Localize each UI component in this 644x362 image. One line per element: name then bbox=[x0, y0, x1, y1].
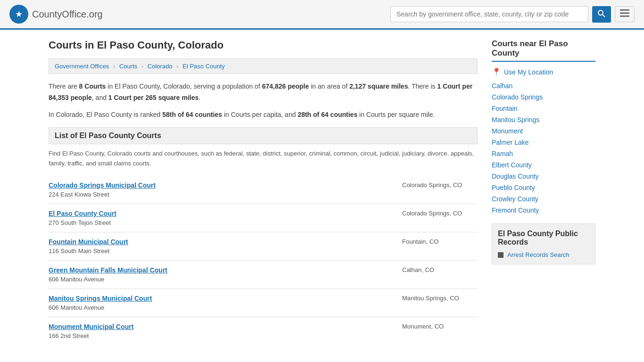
court-address: 606 Manitou Avenue bbox=[49, 276, 104, 283]
hamburger-icon bbox=[620, 9, 629, 17]
court-city: Calhan, CO bbox=[402, 266, 478, 273]
courts-list: Colorado Springs Municipal Court 224 Eas… bbox=[49, 176, 478, 345]
breadcrumb: Government Offices › Courts › Colorado ›… bbox=[49, 58, 478, 74]
court-name-link[interactable]: Colorado Springs Municipal Court bbox=[49, 181, 156, 189]
court-row: El Paso County Court 270 South Tejon Str… bbox=[49, 210, 478, 226]
table-row: Monument Municipal Court 166 2nd Street … bbox=[49, 317, 478, 345]
svg-text:★: ★ bbox=[15, 9, 23, 19]
courts-near-section: Courts near El Paso County 📍 Use My Loca… bbox=[492, 39, 595, 214]
breadcrumb-sep-2: › bbox=[141, 63, 143, 70]
sidebar-item-county[interactable]: Pueblo County bbox=[492, 184, 595, 191]
sidebar-item-city[interactable]: Ramah bbox=[492, 150, 595, 157]
sidebar-item-county[interactable]: Douglas County bbox=[492, 173, 595, 180]
arrest-record-icon bbox=[498, 252, 504, 258]
summary-intro: There are bbox=[49, 82, 79, 90]
courts-list-description: Find El Paso County, Colorado courts and… bbox=[49, 149, 478, 169]
court-city: Monument, CO bbox=[402, 323, 478, 330]
use-my-location-link[interactable]: Use My Location bbox=[504, 68, 553, 76]
court-name-link[interactable]: Manitou Springs Municipal Court bbox=[49, 295, 152, 302]
sidebar-cities-list: CalhanColorado SpringsFountainManitou Sp… bbox=[492, 82, 595, 157]
table-row: El Paso County Court 270 South Tejon Str… bbox=[49, 204, 478, 232]
court-info: Fountain Municipal Court 116 South Main … bbox=[49, 238, 128, 255]
court-info: Manitou Springs Municipal Court 606 Mani… bbox=[49, 295, 152, 311]
summary-per-sq: 1 Court per 265 square miles bbox=[108, 94, 198, 101]
sidebar-item-city[interactable]: Fountain bbox=[492, 105, 595, 112]
table-row: Green Mountain Falls Municipal Court 606… bbox=[49, 261, 478, 289]
sidebar-counties-list: Elbert CountyDouglas CountyPueblo County… bbox=[492, 161, 595, 214]
table-row: Fountain Municipal Court 116 South Main … bbox=[49, 232, 478, 261]
court-row: Colorado Springs Municipal Court 224 Eas… bbox=[49, 181, 478, 198]
logo-area: ★ CountyOffice.org bbox=[9, 5, 103, 24]
sidebar: Courts near El Paso County 📍 Use My Loca… bbox=[492, 39, 595, 345]
court-city: Fountain, CO bbox=[402, 238, 478, 245]
sidebar-item-city[interactable]: Manitou Springs bbox=[492, 116, 595, 123]
main-container: Courts in El Paso County, Colorado Gover… bbox=[39, 30, 605, 354]
court-address: 116 South Main Street bbox=[49, 247, 109, 255]
sidebar-item-county[interactable]: Fremont County bbox=[492, 206, 595, 214]
court-city: Manitou Springs, CO bbox=[402, 295, 478, 302]
arrest-records-link[interactable]: Arrest Records Search bbox=[507, 251, 570, 258]
court-address: 224 East Kiowa Street bbox=[49, 191, 109, 198]
court-name-link[interactable]: Green Mountain Falls Municipal Court bbox=[49, 266, 167, 274]
search-area bbox=[390, 6, 635, 23]
page-title: Courts in El Paso County, Colorado bbox=[49, 39, 478, 51]
content-area: Courts in El Paso County, Colorado Gover… bbox=[49, 39, 478, 345]
breadcrumb-colorado[interactable]: Colorado bbox=[148, 63, 173, 70]
breadcrumb-sep-3: › bbox=[176, 63, 178, 70]
court-info: Monument Municipal Court 166 2nd Street bbox=[49, 323, 133, 339]
summary-rank-mid: in Courts per capita, and bbox=[222, 111, 297, 118]
court-city: Colorado Springs, CO bbox=[402, 210, 478, 217]
court-row: Green Mountain Falls Municipal Court 606… bbox=[49, 266, 478, 283]
breadcrumb-sep-1: › bbox=[113, 63, 115, 70]
search-icon bbox=[598, 10, 605, 17]
court-address: 606 Manitou Avenue bbox=[49, 304, 104, 311]
svg-rect-6 bbox=[620, 16, 629, 17]
location-pin-icon: 📍 bbox=[492, 67, 501, 76]
sidebar-item-city[interactable]: Colorado Springs bbox=[492, 93, 595, 101]
breadcrumb-courts[interactable]: Courts bbox=[119, 63, 137, 70]
hamburger-menu-button[interactable] bbox=[615, 6, 635, 22]
search-button[interactable] bbox=[592, 6, 611, 23]
sidebar-item-county[interactable]: Elbert County bbox=[492, 161, 595, 169]
summary-population: 674,826 people bbox=[262, 82, 309, 90]
courts-list-header: List of El Paso County Courts bbox=[49, 127, 478, 144]
court-name-link[interactable]: Fountain Municipal Court bbox=[49, 238, 128, 246]
summary-rank-sq: 28th of 64 counties bbox=[297, 111, 357, 118]
logo-text: CountyOffice.org bbox=[32, 9, 103, 20]
summary-mid4: , and bbox=[92, 94, 108, 101]
court-info: Green Mountain Falls Municipal Court 606… bbox=[49, 266, 167, 283]
breadcrumb-el-paso-county[interactable]: El Paso County bbox=[182, 63, 225, 70]
use-my-location-container: 📍 Use My Location bbox=[492, 67, 595, 76]
court-info: Colorado Springs Municipal Court 224 Eas… bbox=[49, 181, 156, 198]
sidebar-item-city[interactable]: Palmer Lake bbox=[492, 139, 595, 146]
summary-end: . bbox=[198, 94, 200, 101]
header: ★ CountyOffice.org bbox=[0, 0, 644, 30]
summary-area: 2,127 square miles bbox=[349, 82, 408, 90]
arrest-records-item: Arrest Records Search bbox=[498, 251, 589, 258]
summary-rank-capita: 58th of 64 counties bbox=[162, 111, 222, 118]
court-name-link[interactable]: El Paso County Court bbox=[49, 210, 116, 217]
svg-point-2 bbox=[598, 10, 603, 15]
court-info: El Paso County Court 270 South Tejon Str… bbox=[49, 210, 116, 226]
svg-rect-5 bbox=[620, 13, 629, 14]
summary-count: 8 Courts bbox=[79, 82, 106, 90]
summary-paragraph-1: There are 8 Courts in El Paso County, Co… bbox=[49, 81, 478, 104]
sidebar-item-county[interactable]: Crowley County bbox=[492, 195, 595, 203]
court-address: 270 South Tejon Street bbox=[49, 219, 111, 226]
public-records-title: El Paso County Public Records bbox=[498, 230, 589, 247]
summary-rank-intro: In Colorado, El Paso County is ranked bbox=[49, 111, 162, 118]
search-input[interactable] bbox=[390, 6, 588, 22]
court-row: Manitou Springs Municipal Court 606 Mani… bbox=[49, 295, 478, 311]
court-row: Fountain Municipal Court 116 South Main … bbox=[49, 238, 478, 255]
public-records-section: El Paso County Public Records Arrest Rec… bbox=[492, 223, 595, 264]
summary-mid2: in an area of bbox=[309, 82, 349, 90]
sidebar-item-city[interactable]: Calhan bbox=[492, 82, 595, 90]
breadcrumb-government-offices[interactable]: Government Offices bbox=[55, 63, 109, 70]
sidebar-courts-near-title: Courts near El Paso County bbox=[492, 39, 595, 62]
summary-paragraph-2: In Colorado, El Paso County is ranked 58… bbox=[49, 109, 478, 121]
court-city: Colorado Springs, CO bbox=[402, 181, 478, 189]
sidebar-item-city[interactable]: Monument bbox=[492, 127, 595, 135]
svg-rect-4 bbox=[620, 9, 629, 11]
court-name-link[interactable]: Monument Municipal Court bbox=[49, 323, 133, 330]
court-row: Monument Municipal Court 166 2nd Street … bbox=[49, 323, 478, 339]
